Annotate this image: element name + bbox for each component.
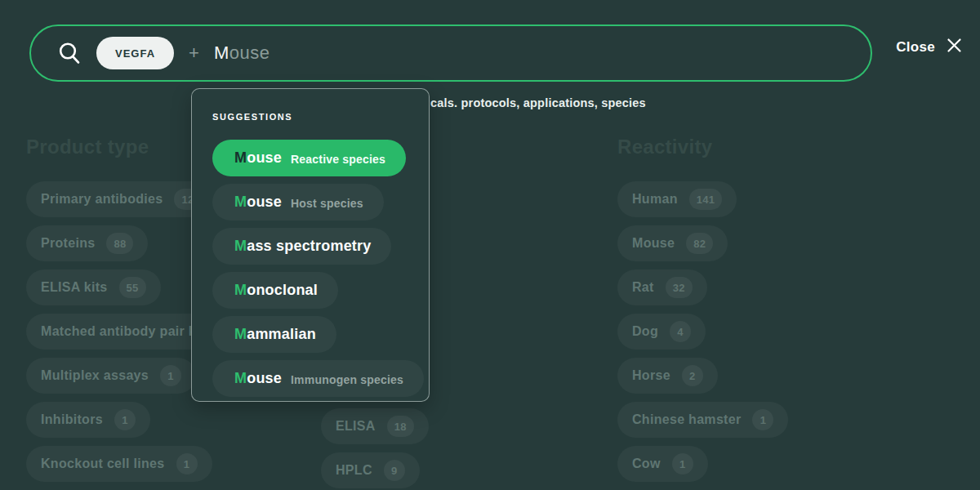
filter-chip-label: ELISA [336,419,376,434]
search-term-tag[interactable]: VEGFA [96,37,174,69]
suggestion-rest-text: ammalian [247,326,316,343]
filter-count-badge: 1 [752,409,773,430]
close-button[interactable]: Close [896,38,962,57]
suggestion-match-text: M [234,238,247,255]
search-input-text[interactable]: Mouse [214,42,270,64]
suggestion-item[interactable]: Mouse Reactive species [212,140,406,176]
filter-chip-label: ELISA kits [41,280,108,295]
filter-chip[interactable]: Proteins 88 [26,225,148,261]
suggestion-item[interactable]: Mammalian [212,316,336,353]
filter-chip[interactable]: Inhibitors 1 [26,402,150,438]
filter-count-badge: 32 [666,277,693,298]
filter-count-badge: 1 [114,409,136,430]
suggestion-category-label: Immunogen species [291,373,403,386]
filter-chip-label: Proteins [41,236,95,251]
plus-separator: + [189,42,199,64]
filter-chip-label: Inhibitors [41,412,103,427]
search-icon [57,41,82,65]
filter-chip-label: Primary antibodies [41,192,163,207]
suggestion-match-text: M [234,149,247,167]
filter-chip-label: HPLC [336,463,372,478]
suggestion-item[interactable]: Mass spectrometry [212,228,391,265]
suggestion-rest-text: ass spectrometry [247,238,371,255]
middle-filter-section: ELISA 18 HPLC 9 [321,408,429,490]
suggestion-rest-text: ouse [247,149,282,167]
autocomplete-completion: ouse [229,42,270,63]
filter-chip-label: Cow [632,457,661,471]
close-icon [947,38,962,57]
filter-chip[interactable]: ELISA 18 [321,408,429,444]
filter-count-badge: 55 [119,277,146,298]
filter-chip[interactable]: ELISA kits 55 [26,270,161,305]
filter-chip-label: Chinese hamster [632,412,741,427]
filter-count-badge: 1 [160,365,181,386]
filter-chip[interactable]: Human 141 [617,181,737,217]
filter-count-badge: 88 [106,233,133,254]
filter-chip[interactable]: Rat 32 [617,270,707,305]
suggestions-list: Mouse Reactive species Mouse Host specie… [212,140,429,397]
reactivity-section: Reactivity Human 141 Mouse 82 Rat 32 Dog… [617,136,788,490]
search-hint-fragment: cals. protocols, applications, species [430,96,646,109]
suggestion-rest-text: ouse [247,194,282,211]
suggestions-panel: SUGGESTIONS Mouse Reactive species Mouse… [191,88,430,402]
filter-chip[interactable]: Chinese hamster 1 [617,402,788,438]
filter-chip-label: Knockout cell lines [41,457,165,471]
suggestion-rest-text: ouse [247,370,282,387]
middle-filter-list: ELISA 18 HPLC 9 [321,408,429,488]
suggestion-match-text: M [234,194,247,211]
filter-chip[interactable]: Dog 4 [617,314,706,350]
filter-count-badge: 82 [686,233,713,254]
filter-chip-label: Human [632,192,678,207]
filter-chip-label: Horse [632,368,670,383]
filter-chip-label: Dog [632,324,658,339]
suggestion-rest-text: onoclonal [247,282,318,299]
close-label: Close [896,39,935,56]
filter-count-badge: 1 [672,453,693,474]
filter-chip-label: Mouse [632,236,675,251]
filter-chip[interactable]: Mouse 82 [617,225,728,261]
filter-chip[interactable]: HPLC 9 [321,452,420,488]
suggestions-label: SUGGESTIONS [212,112,429,122]
filter-count-badge: 9 [384,460,405,481]
filter-chip-label: Matched antibody pair kits [41,324,212,339]
filter-count-badge: 2 [682,365,703,386]
suggestion-match-text: M [234,282,247,299]
suggestion-category-label: Reactive species [291,153,385,166]
filter-count-badge: 1 [176,453,198,474]
search-bar[interactable]: VEGFA + Mouse [29,24,872,82]
filter-chip[interactable]: Horse 2 [617,358,718,394]
filter-count-badge: 18 [387,416,414,437]
suggestion-match-text: M [234,370,247,387]
filter-count-badge: 141 [689,189,723,210]
typed-query: M [214,42,229,63]
suggestion-category-label: Host species [291,197,363,210]
filter-count-badge: 4 [670,321,691,342]
suggestion-item[interactable]: Monoclonal [212,272,338,309]
filter-chip[interactable]: Multiplex assays 1 [26,358,196,394]
suggestion-match-text: M [234,326,247,343]
filter-chip-label: Multiplex assays [41,368,149,383]
suggestion-item[interactable]: Mouse Immunogen species [212,360,424,397]
suggestion-item[interactable]: Mouse Host species [212,184,384,220]
filter-chip[interactable]: Cow 1 [617,446,708,482]
reactivity-title: Reactivity [617,136,788,158]
filter-chip[interactable]: Knockout cell lines 1 [26,446,212,482]
filter-chip-label: Rat [632,280,654,295]
reactivity-list: Human 141 Mouse 82 Rat 32 Dog 4 Horse 2 [617,181,788,482]
